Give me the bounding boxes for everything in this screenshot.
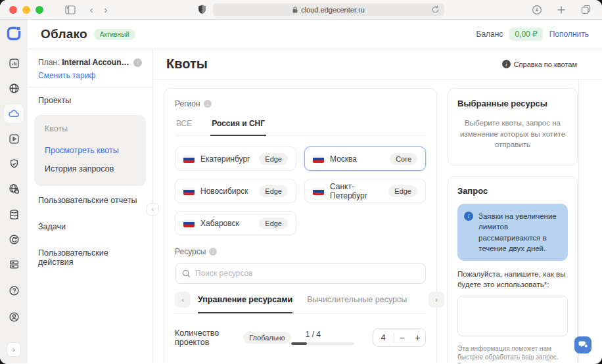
tab-russia-cis[interactable]: Россия и СНГ [210, 116, 266, 136]
sidebar-item-user-reports[interactable]: Пользовательские отчеты [28, 187, 152, 214]
resources-info-icon[interactable]: i [209, 248, 217, 256]
quota-value-input[interactable]: 4 [373, 333, 394, 342]
sidebar: План: Internal Account_RUB_Cl... i Смени… [28, 49, 152, 363]
russia-flag-icon [183, 187, 195, 195]
tab-compute-resources[interactable]: Вычислительные ресурсы [307, 292, 407, 312]
tab-resource-management[interactable]: Управление ресурсами [198, 292, 292, 313]
rail-streaming-icon[interactable] [4, 129, 24, 148]
account-icon[interactable] [4, 307, 24, 327]
selected-resources-empty-text: Выберите квоты, запрос на изменение кото… [457, 118, 568, 150]
tabs-next-icon[interactable]: › [428, 292, 444, 307]
request-card: Запрос i Заявки на увеличение лимитов ра… [448, 176, 578, 363]
russia-flag-icon [183, 155, 195, 163]
resource-search[interactable] [175, 263, 426, 284]
address-bar[interactable]: cloud.edgecenter.ru [213, 3, 444, 16]
sidebar-collapse-button[interactable]: ‹ [147, 203, 159, 216]
chat-button[interactable] [574, 336, 591, 353]
edgecenter-logo[interactable] [5, 25, 22, 42]
usage-text: 1 / 4 [306, 330, 354, 339]
region-grid: Екатеринбург Edge Москва Core [175, 147, 426, 235]
rail-cloud-icon[interactable] [4, 104, 24, 123]
request-help-text: Эта информация поможет нам быстрее обраб… [457, 344, 568, 363]
reload-icon[interactable] [431, 5, 440, 15]
status-badge: Активный [94, 29, 135, 40]
balance-label: Баланс [476, 30, 503, 39]
search-input[interactable] [195, 269, 419, 278]
app-title: Облако [41, 27, 87, 41]
quota-progress-fill [291, 342, 307, 345]
usage-progress-track [291, 342, 354, 345]
lock-icon [292, 7, 298, 13]
region-button-khabarovsk[interactable]: Хабаровск Edge [175, 211, 296, 235]
url-text: cloud.edgecenter.ru [301, 6, 365, 14]
selected-resources-card: Выбранные ресурсы Выберите квоты, запрос… [448, 88, 578, 166]
balance-value: 0,00 ₽ [509, 28, 542, 41]
sidebar-quotas-group: Квоты Просмотреть квоты История запросов [34, 115, 146, 186]
rail-backup-icon[interactable] [4, 230, 24, 248]
sidebar-item-request-history[interactable]: История запросов [38, 160, 142, 178]
region-type-badge: Edge [259, 185, 288, 197]
rail-network-icon[interactable] [4, 79, 24, 97]
chat-icon [578, 340, 588, 350]
rail-storage-icon[interactable] [4, 205, 24, 223]
rail-dns-icon[interactable] [4, 180, 24, 198]
request-info-alert: i Заявки на увеличение лимитов рассматри… [457, 204, 568, 261]
quota-usage: 1 / 4 [291, 330, 354, 345]
region-type-badge: Core [390, 153, 417, 165]
resources-label: Ресурсы [175, 247, 206, 256]
increment-button[interactable]: + [409, 329, 425, 346]
new-tab-icon[interactable] [554, 3, 568, 17]
quotas-card: Регион i ВСЕ Россия и СНГ Екатеринбург [164, 88, 437, 363]
zoom-window-button[interactable] [35, 6, 43, 14]
alert-text: Заявки на увеличение лимитов рассматрива… [478, 211, 561, 254]
rail-security-icon[interactable] [4, 154, 24, 173]
resource-tabs: ‹ Управление ресурсами Вычислительные ре… [175, 292, 426, 313]
change-plan-link[interactable]: Сменить тариф [38, 71, 142, 80]
plan-label: План: [38, 58, 59, 67]
rail-servers-icon[interactable] [4, 256, 24, 274]
help-icon[interactable] [4, 281, 24, 300]
content-header: Квоты i Справка по квотам [153, 49, 602, 80]
search-icon [182, 269, 191, 278]
sidebar-item-projects[interactable]: Проекты [28, 87, 152, 114]
usage-question-label: Пожалуйста, напишите, как вы будете это … [457, 269, 568, 290]
decrement-button[interactable]: − [394, 329, 410, 346]
russia-flag-icon [183, 219, 195, 227]
russia-flag-icon [313, 155, 324, 163]
russia-flag-icon [313, 187, 324, 195]
topup-link[interactable]: Пополнить [549, 30, 589, 39]
privacy-shield-icon[interactable] [195, 3, 209, 17]
region-type-badge: Edge [259, 153, 288, 165]
forward-icon[interactable]: › [99, 3, 113, 17]
region-button-ekaterinburg[interactable]: Екатеринбург Edge [175, 147, 296, 171]
plan-info-icon[interactable]: i [133, 58, 142, 67]
help-info-icon: i [502, 60, 511, 68]
minimize-window-button[interactable] [22, 6, 30, 14]
usage-textarea[interactable] [457, 296, 568, 336]
downloads-icon[interactable] [530, 3, 544, 17]
request-title: Запрос [457, 186, 568, 196]
sidebar-toggle-icon[interactable] [63, 3, 78, 17]
rail-stats-icon[interactable] [4, 54, 24, 72]
tab-overview-icon[interactable] [578, 3, 593, 17]
browser-chrome: ‹ › cloud.edgecenter.ru [0, 0, 602, 20]
quotas-help-link[interactable]: i Справка по квотам [502, 60, 577, 68]
alert-info-icon: i [464, 212, 473, 221]
region-button-saint-petersburg[interactable]: Санкт-Петербург Edge [304, 179, 426, 203]
back-icon[interactable]: ‹ [84, 3, 99, 17]
close-window-button[interactable] [9, 6, 17, 14]
region-button-novosibirsk[interactable]: Новосибирск Edge [175, 179, 296, 203]
quota-row-project-count: Количество проектов Глобально 1 / 4 [175, 328, 426, 347]
region-button-moscow[interactable]: Москва Core [304, 147, 426, 171]
tab-all-regions[interactable]: ВСЕ [175, 116, 193, 135]
tabs-prev-icon[interactable]: ‹ [175, 292, 191, 307]
region-tabs: ВСЕ Россия и СНГ [175, 116, 426, 136]
region-label: Регион [175, 99, 200, 108]
quota-stepper: 4 − + [373, 328, 426, 347]
rail-expand-button[interactable]: › [7, 342, 21, 357]
region-info-icon[interactable]: i [204, 100, 212, 108]
sidebar-item-view-quotas[interactable]: Просмотреть квоты [38, 141, 142, 160]
page-title: Квоты [166, 57, 208, 72]
sidebar-item-tasks[interactable]: Задачи [28, 214, 152, 240]
sidebar-item-user-actions[interactable]: Пользовательские действия [28, 240, 152, 275]
